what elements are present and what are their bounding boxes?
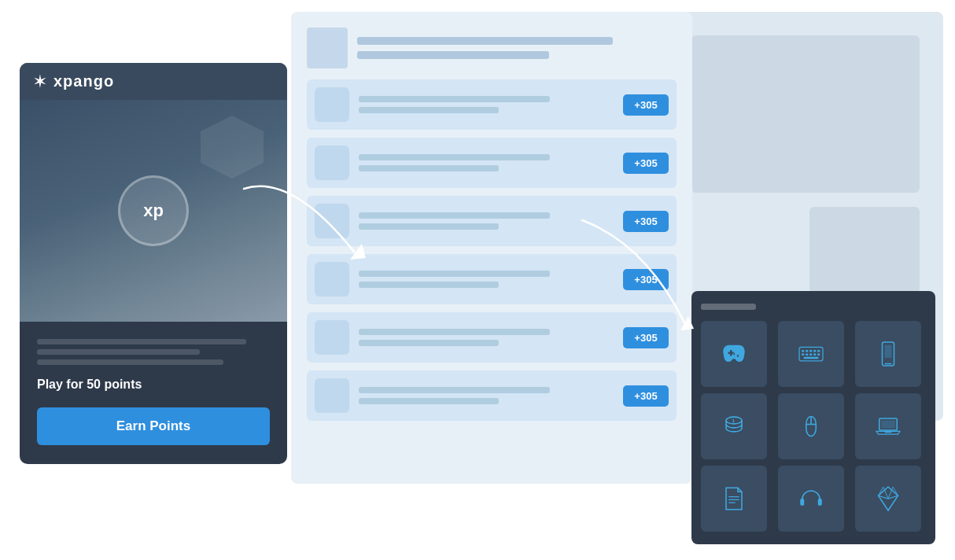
earn-points-button[interactable]: Earn Points xyxy=(37,407,270,445)
icon-cell-database[interactable]: 1 xyxy=(701,393,767,459)
app-card-line-2 xyxy=(37,349,200,355)
row-line-1 xyxy=(359,329,550,335)
gamepad-icon xyxy=(718,338,750,370)
row-thumb xyxy=(315,320,349,355)
scene: +305 +305 +305 +305 xyxy=(0,0,955,560)
keyboard-icon xyxy=(795,338,827,370)
row-lines xyxy=(359,96,614,113)
list-header-thumb xyxy=(307,28,348,68)
icon-cell-mouse[interactable] xyxy=(778,393,844,459)
mouse-icon xyxy=(795,411,827,442)
list-header-line-2 xyxy=(357,51,549,59)
svg-rect-27 xyxy=(800,499,804,506)
list-header-lines xyxy=(357,37,677,59)
app-card-lines xyxy=(37,339,270,365)
list-row[interactable]: +305 xyxy=(307,254,677,304)
list-row[interactable]: +305 xyxy=(307,79,677,130)
row-lines xyxy=(359,329,614,346)
headphones-icon xyxy=(795,483,827,514)
icon-cell-document[interactable] xyxy=(701,466,767,532)
icon-cell-headphones[interactable] xyxy=(778,466,844,532)
icon-cell-laptop[interactable] xyxy=(855,393,921,459)
svg-rect-22 xyxy=(881,421,895,429)
row-line-1 xyxy=(359,154,550,160)
row-line-1 xyxy=(359,96,550,102)
app-card-header: ✶ xpango xyxy=(20,63,287,100)
svg-text:1: 1 xyxy=(732,418,736,423)
play-text: Play for 50 points xyxy=(37,378,270,392)
row-lines xyxy=(359,154,614,171)
list-row[interactable]: +305 xyxy=(307,138,677,188)
app-card-body: Play for 50 points Earn Points xyxy=(20,322,287,464)
icon-grid-panel: 1 xyxy=(691,291,935,544)
svg-rect-13 xyxy=(804,357,819,359)
row-badge: +305 xyxy=(623,385,669,407)
app-card-line-3 xyxy=(37,359,223,365)
row-line-1 xyxy=(359,387,550,393)
row-badge: +305 xyxy=(623,327,669,348)
hexagon-decoration xyxy=(201,116,264,179)
row-lines xyxy=(359,387,614,404)
icon-cell-keyboard[interactable] xyxy=(778,321,844,387)
icon-grid-header-bar xyxy=(701,304,756,310)
svg-rect-16 xyxy=(885,345,892,358)
svg-rect-11 xyxy=(813,353,816,356)
row-line-2 xyxy=(359,398,499,404)
svg-rect-9 xyxy=(806,353,808,356)
row-lines xyxy=(359,212,614,230)
row-line-2 xyxy=(359,223,499,230)
mobile-icon xyxy=(872,338,904,370)
icon-cell-diamond[interactable] xyxy=(855,466,921,532)
svg-rect-7 xyxy=(817,350,820,352)
svg-rect-5 xyxy=(809,350,812,352)
circle-logo: xp xyxy=(118,175,189,246)
row-line-1 xyxy=(359,271,550,277)
xpango-star-icon: ✶ xyxy=(34,73,46,90)
diamond-icon xyxy=(872,483,904,514)
app-card-image: xp xyxy=(20,100,287,322)
icon-grid: 1 xyxy=(701,321,926,532)
svg-rect-28 xyxy=(818,499,822,506)
list-row[interactable]: +305 xyxy=(307,370,677,421)
circle-logo-text: xp xyxy=(143,201,164,221)
row-thumb xyxy=(315,378,349,413)
bg-panel-right-inner-top xyxy=(691,35,920,193)
row-line-1 xyxy=(359,212,550,219)
svg-rect-3 xyxy=(802,350,804,352)
row-lines xyxy=(359,271,614,288)
row-thumb xyxy=(315,204,349,238)
database-icon: 1 xyxy=(718,411,750,442)
laptop-icon xyxy=(872,411,904,442)
svg-rect-6 xyxy=(813,350,816,352)
row-line-2 xyxy=(359,165,499,171)
icon-cell-mobile[interactable] xyxy=(855,321,921,387)
list-panel-header xyxy=(307,28,677,68)
document-icon xyxy=(718,483,750,514)
list-panel: +305 +305 +305 +305 xyxy=(291,12,692,484)
row-badge: +305 xyxy=(623,94,669,116)
list-row[interactable]: +305 xyxy=(307,312,677,363)
svg-rect-10 xyxy=(809,353,812,356)
row-thumb xyxy=(315,87,349,122)
row-badge: +305 xyxy=(623,153,669,174)
svg-rect-8 xyxy=(802,353,804,356)
row-line-2 xyxy=(359,107,499,113)
row-badge: +305 xyxy=(623,211,669,232)
row-line-2 xyxy=(359,282,499,288)
list-row[interactable]: +305 xyxy=(307,196,677,246)
brand-name: xpango xyxy=(53,72,114,90)
row-line-2 xyxy=(359,340,499,346)
list-header-line-1 xyxy=(357,37,613,45)
app-card-line-1 xyxy=(37,339,246,344)
svg-rect-12 xyxy=(817,353,820,356)
icon-cell-gamepad[interactable] xyxy=(701,321,767,387)
svg-rect-4 xyxy=(806,350,808,352)
row-thumb xyxy=(315,146,349,180)
bg-panel-right-inner-bottom xyxy=(809,207,920,293)
row-thumb xyxy=(315,262,349,297)
row-badge: +305 xyxy=(623,269,669,290)
app-card: ✶ xpango xp Play for 50 points Earn Poin… xyxy=(20,63,287,464)
